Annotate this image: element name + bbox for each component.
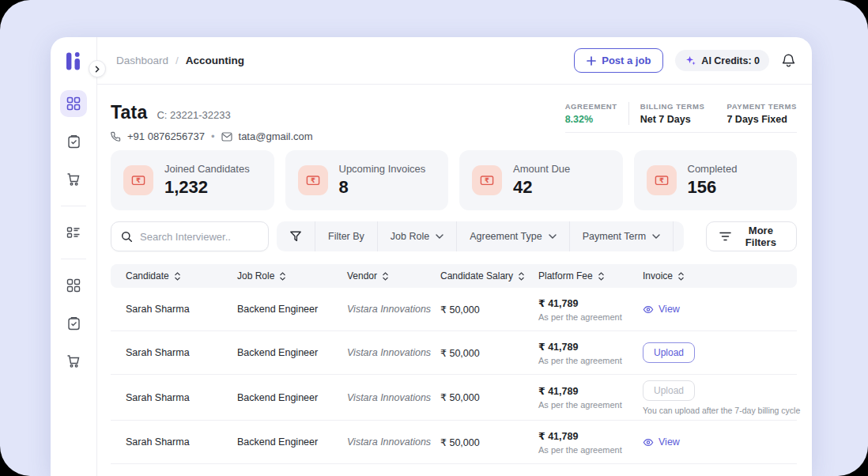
table-header-row: Candidate Job Role Vendor Candidate xyxy=(111,264,797,288)
breadcrumb-dashboard[interactable]: Dashboard xyxy=(116,55,168,66)
agreement-value: 8.32% xyxy=(565,114,617,125)
dot-separator: • xyxy=(211,130,215,142)
breadcrumb: Dashboard / Accounting xyxy=(116,55,244,66)
column-label: Job Role xyxy=(237,270,274,281)
view-invoice-link[interactable]: View xyxy=(643,304,680,315)
card-label: Completed xyxy=(688,163,738,175)
sort-arrows-icon xyxy=(279,272,286,281)
search-input[interactable] xyxy=(140,231,259,243)
sidebar-item-orders[interactable] xyxy=(60,348,87,375)
company-header: Tata C: 23221-32233 +91 0876256737 • xyxy=(111,102,797,142)
cell-invoice: View xyxy=(643,304,797,315)
agreement-type-dropdown[interactable]: Agreement Type xyxy=(456,221,569,251)
payment-term-dropdown[interactable]: Payment Term xyxy=(569,221,673,251)
fee-note: As per the agreement xyxy=(538,356,643,365)
card-text: Completed 156 xyxy=(688,163,738,198)
post-a-job-label: Post a job xyxy=(602,55,651,66)
card-amount-due: ₹ Amount Due 42 xyxy=(459,150,623,210)
card-value: 8 xyxy=(339,177,426,198)
card-label: Amount Due xyxy=(513,163,570,175)
reset-filter-button[interactable]: Reset Filter xyxy=(673,221,684,251)
cell-job-role: Backend Engineer xyxy=(237,436,347,448)
column-label: Vendor xyxy=(347,270,377,281)
column-header-candidate[interactable]: Candidate xyxy=(111,270,237,281)
sidebar-item-tasks[interactable] xyxy=(60,310,87,337)
agreement-type-label: Agreement Type xyxy=(470,231,542,242)
chevron-right-icon xyxy=(94,66,100,73)
view-label: View xyxy=(659,436,680,448)
upload-invoice-button[interactable]: Upload xyxy=(643,342,695,363)
bell-icon xyxy=(781,53,796,69)
cart-icon xyxy=(66,354,81,368)
sort-arrows-icon xyxy=(382,272,389,281)
table-row: Sarah Sharma Backend Engineer Vistara In… xyxy=(111,288,797,331)
plus-icon xyxy=(587,56,596,66)
stats-cards: ₹ Joined Candidates 1,232 ₹ Upcoming Inv… xyxy=(111,150,797,210)
billing-value: Net 7 Days xyxy=(640,114,705,125)
column-header-candidate-salary[interactable]: Candidate Salary xyxy=(440,270,538,281)
sidebar-item-dashboard[interactable] xyxy=(60,90,87,117)
cell-job-role: Backend Engineer xyxy=(237,304,347,315)
app-logo xyxy=(51,37,96,85)
cell-invoice: View xyxy=(643,436,797,448)
company-info: Tata C: 23221-32233 +91 0876256737 • xyxy=(111,102,313,142)
rupee-receipt-icon: ₹ xyxy=(472,165,502,195)
clipboard-icon xyxy=(67,134,81,149)
sidebar-item-marketplace[interactable] xyxy=(60,166,87,193)
top-header: Dashboard / Accounting Post a job xyxy=(97,37,812,85)
more-filters-button[interactable]: More Filters xyxy=(706,221,797,251)
chevron-down-icon xyxy=(652,234,660,239)
payment-label: PAYMENT TERMS xyxy=(726,102,797,111)
svg-text:₹: ₹ xyxy=(485,176,489,184)
funnel-filter-button[interactable] xyxy=(277,221,315,251)
svg-text:₹: ₹ xyxy=(136,176,141,184)
company-name: Tata xyxy=(111,102,147,123)
invoices-table: Candidate Job Role Vendor Candidate xyxy=(111,264,797,464)
header-actions: Post a job AI Credits: 0 xyxy=(574,48,796,73)
fee-note: As per the agreement xyxy=(538,312,643,322)
terms-summary: AGREEMENT 8.32% BILLING TERMS Net 7 Days… xyxy=(565,102,797,133)
cell-platform-fee: ₹ 41,789 As per the agreement xyxy=(538,385,643,410)
sidebar-collapse-button[interactable] xyxy=(89,60,106,77)
sort-arrows-icon xyxy=(174,272,181,281)
column-header-job-role[interactable]: Job Role xyxy=(237,270,347,281)
cell-platform-fee: ₹ 41,789 As per the agreement xyxy=(538,297,643,322)
app-window: Dashboard / Accounting Post a job xyxy=(51,37,812,476)
sort-arrows-icon xyxy=(598,272,605,281)
sidebar-item-jobs[interactable] xyxy=(60,128,87,155)
job-role-dropdown[interactable]: Job Role xyxy=(377,221,456,251)
notifications-button[interactable] xyxy=(781,53,796,69)
sidebar-divider xyxy=(61,206,86,206)
column-header-invoice[interactable]: Invoice xyxy=(643,270,797,281)
agreement-label: AGREEMENT xyxy=(565,102,617,111)
payment-term-label: Payment Term xyxy=(583,231,646,242)
sidebar-item-apps[interactable] xyxy=(60,272,87,299)
table-row: Sarah Sharma Backend Engineer Vistara In… xyxy=(111,331,797,375)
cell-salary: ₹ 50,000 xyxy=(440,347,538,359)
card-value: 1,232 xyxy=(164,177,250,198)
view-invoice-link[interactable]: View xyxy=(643,436,680,448)
sidebar-divider xyxy=(61,259,86,259)
table-row: Sarah Sharma Backend Engineer Vistara In… xyxy=(111,421,797,464)
column-header-vendor[interactable]: Vendor xyxy=(347,270,440,281)
filter-group: Filter By Job Role Agreement Type xyxy=(277,221,684,251)
company-phone: +91 0876256737 xyxy=(127,130,205,142)
search-box xyxy=(111,221,269,251)
dashboard-grid-icon xyxy=(66,96,81,111)
post-a-job-button[interactable]: Post a job xyxy=(574,48,663,73)
cell-invoice: Upload xyxy=(643,342,797,363)
card-text: Amount Due 42 xyxy=(513,163,570,198)
sidebar-item-records[interactable] xyxy=(60,219,87,246)
sort-arrows-icon xyxy=(518,272,525,281)
column-label: Candidate xyxy=(126,270,169,281)
billing-term: BILLING TERMS Net 7 Days xyxy=(628,102,716,125)
rupee-receipt-icon: ₹ xyxy=(298,165,328,195)
column-label: Candidate Salary xyxy=(440,270,513,281)
ai-credits-badge[interactable]: AI Credits: 0 xyxy=(675,50,769,71)
search-icon xyxy=(121,231,133,243)
fee-note: As per the agreement xyxy=(538,445,643,455)
accounting-page: Tata C: 23221-32233 +91 0876256737 • xyxy=(97,85,812,476)
envelope-icon xyxy=(221,132,232,142)
column-header-platform-fee[interactable]: Platform Fee xyxy=(538,270,643,281)
phone-icon xyxy=(111,131,121,142)
